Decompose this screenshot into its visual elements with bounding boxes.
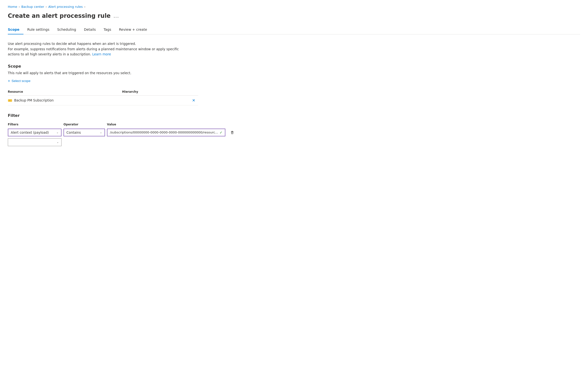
subscription-icon — [8, 98, 12, 102]
scope-section-subtitle: This rule will apply to alerts that are … — [8, 71, 580, 75]
breadcrumb-alert-rules[interactable]: Alert processing rules — [48, 5, 83, 9]
more-options-icon[interactable]: ... — [114, 13, 119, 19]
hierarchy-col-header: Hierarchy — [122, 88, 189, 96]
filter-row-1: Alert context (payload) ⌄ Contains ⌄ /su… — [8, 129, 198, 136]
tab-tags[interactable]: Tags — [100, 25, 115, 34]
scope-section-title: Scope — [8, 64, 580, 69]
trash-icon — [230, 131, 234, 135]
breadcrumb-sep-2: › — [46, 5, 47, 9]
select-scope-button[interactable]: + Select scope — [8, 79, 31, 83]
tab-review-create[interactable]: Review + create — [115, 25, 151, 34]
page-header: Create an alert processing rule ... — [8, 12, 580, 19]
scope-section: Scope This rule will apply to alerts tha… — [8, 64, 580, 105]
empty-filter-dropdown[interactable]: ⌄ — [8, 138, 62, 146]
value-input[interactable]: /subscriptions/00000000-0000-0000-0000-0… — [107, 129, 225, 136]
value-text: /subscriptions/00000000-0000-0000-0000-0… — [110, 131, 218, 134]
value-col-header: Value — [107, 122, 187, 127]
operator-chevron: ⌄ — [100, 131, 102, 134]
delete-resource-icon[interactable]: ✕ — [192, 98, 195, 103]
page-description: Use alert processing rules to decide wha… — [8, 41, 184, 57]
tab-rule-settings[interactable]: Rule settings — [23, 25, 53, 34]
breadcrumb: Home › Backup center › Alert processing … — [8, 5, 580, 9]
resource-cell: Backup PM Subscription — [8, 96, 122, 105]
select-scope-label: Select scope — [11, 79, 30, 83]
breadcrumb-sep-1: › — [19, 5, 20, 9]
svg-rect-4 — [231, 131, 233, 131]
resource-table: Resource Hierarchy Backup PM Subscriptio… — [8, 88, 198, 105]
value-valid-icon: ✓ — [220, 131, 222, 135]
filter-header-row: Filters Operator Value — [8, 122, 198, 127]
action-col-header — [189, 88, 198, 96]
page-title: Create an alert processing rule — [8, 12, 111, 19]
filters-col-header: Filters — [8, 122, 62, 127]
delete-filter-row-button[interactable] — [227, 130, 237, 135]
tab-scheduling[interactable]: Scheduling — [53, 25, 80, 34]
filter-row-empty: ⌄ — [8, 138, 198, 146]
breadcrumb-sep-3: › — [84, 5, 85, 9]
breadcrumb-backup-center[interactable]: Backup center — [21, 5, 44, 9]
plus-icon: + — [8, 79, 10, 83]
operator-col-header: Operator — [63, 122, 105, 127]
empty-filter-chevron: ⌄ — [57, 140, 59, 144]
filter-type-value: Alert context (payload) — [11, 131, 49, 135]
operator-dropdown[interactable]: Contains ⌄ — [63, 129, 105, 136]
svg-point-1 — [9, 100, 10, 101]
filter-type-chevron: ⌄ — [56, 131, 59, 134]
resource-name: Backup PM Subscription — [14, 98, 54, 102]
hierarchy-cell — [122, 96, 189, 105]
operator-value: Contains — [66, 131, 81, 135]
filter-type-dropdown[interactable]: Alert context (payload) ⌄ — [8, 129, 62, 136]
tab-details[interactable]: Details — [80, 25, 100, 34]
learn-more-link[interactable]: Learn more — [92, 52, 111, 56]
delete-resource-cell[interactable]: ✕ — [189, 96, 198, 105]
table-row: Backup PM Subscription ✕ — [8, 96, 198, 105]
breadcrumb-home[interactable]: Home — [8, 5, 17, 9]
svg-rect-2 — [10, 100, 11, 101]
filter-section-title: Filter — [8, 113, 580, 118]
tab-scope[interactable]: Scope — [8, 25, 23, 34]
resource-col-header: Resource — [8, 88, 122, 96]
description-line1: Use alert processing rules to decide wha… — [8, 42, 136, 46]
tab-bar: Scope Rule settings Scheduling Details T… — [8, 25, 580, 34]
filter-section: Filter Filters Operator Value Alert cont… — [8, 113, 580, 146]
